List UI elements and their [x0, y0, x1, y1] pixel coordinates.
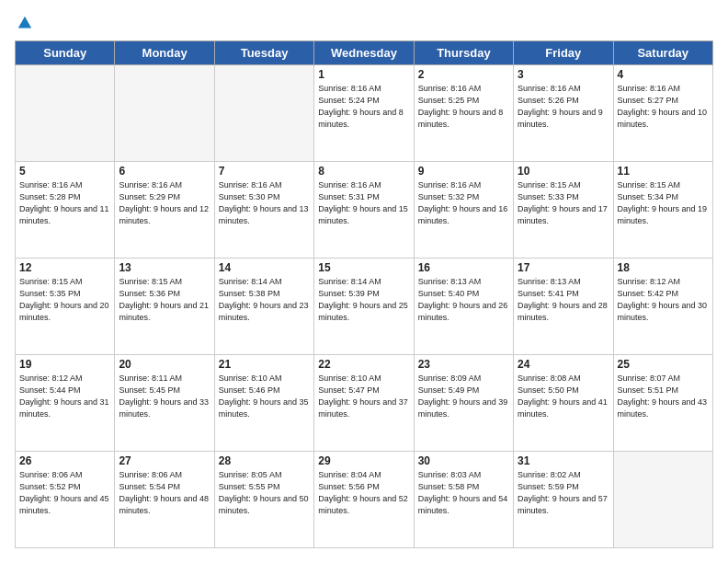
- calendar-cell: 6Sunrise: 8:16 AMSunset: 5:29 PMDaylight…: [115, 162, 214, 259]
- week-row-2: 5Sunrise: 8:16 AMSunset: 5:28 PMDaylight…: [16, 162, 713, 259]
- calendar-cell: 20Sunrise: 8:11 AMSunset: 5:45 PMDayligh…: [115, 355, 214, 452]
- calendar-cell: 23Sunrise: 8:09 AMSunset: 5:49 PMDayligh…: [414, 355, 513, 452]
- cell-info: Sunrise: 8:16 AMSunset: 5:30 PMDaylight:…: [219, 179, 310, 227]
- calendar-cell: 21Sunrise: 8:10 AMSunset: 5:46 PMDayligh…: [214, 355, 313, 452]
- day-number: 19: [19, 358, 110, 371]
- cell-info: Sunrise: 8:06 AMSunset: 5:52 PMDaylight:…: [19, 469, 110, 517]
- calendar-cell: 1Sunrise: 8:16 AMSunset: 5:24 PMDaylight…: [314, 65, 414, 162]
- cell-info: Sunrise: 8:15 AMSunset: 5:35 PMDaylight:…: [19, 276, 110, 324]
- cell-info: Sunrise: 8:16 AMSunset: 5:27 PMDaylight:…: [618, 83, 709, 131]
- cell-info: Sunrise: 8:16 AMSunset: 5:26 PMDaylight:…: [518, 83, 609, 131]
- calendar-cell: 10Sunrise: 8:15 AMSunset: 5:33 PMDayligh…: [514, 162, 613, 259]
- day-number: 13: [119, 261, 210, 274]
- cell-info: Sunrise: 8:15 AMSunset: 5:34 PMDaylight:…: [618, 179, 709, 227]
- cell-info: Sunrise: 8:12 AMSunset: 5:42 PMDaylight:…: [618, 276, 709, 324]
- calendar-cell: 3Sunrise: 8:16 AMSunset: 5:26 PMDaylight…: [514, 65, 613, 162]
- calendar-cell: 12Sunrise: 8:15 AMSunset: 5:35 PMDayligh…: [16, 259, 115, 355]
- page: SundayMondayTuesdayWednesdayThursdayFrid…: [0, 0, 728, 563]
- calendar-cell: 16Sunrise: 8:13 AMSunset: 5:40 PMDayligh…: [414, 259, 513, 355]
- cell-info: Sunrise: 8:07 AMSunset: 5:51 PMDaylight:…: [618, 373, 709, 420]
- day-number: 7: [219, 165, 310, 178]
- day-number: 6: [119, 165, 210, 178]
- calendar-cell: 9Sunrise: 8:16 AMSunset: 5:32 PMDaylight…: [414, 162, 513, 259]
- calendar-cell: 7Sunrise: 8:16 AMSunset: 5:30 PMDaylight…: [214, 162, 313, 259]
- weekday-header-thursday: Thursday: [414, 41, 513, 65]
- day-number: 8: [318, 165, 409, 178]
- cell-info: Sunrise: 8:10 AMSunset: 5:47 PMDaylight:…: [318, 373, 409, 420]
- calendar-cell: 31Sunrise: 8:02 AMSunset: 5:59 PMDayligh…: [514, 452, 613, 548]
- calendar-cell: 2Sunrise: 8:16 AMSunset: 5:25 PMDaylight…: [414, 65, 513, 162]
- weekday-header-saturday: Saturday: [613, 41, 712, 65]
- calendar-cell: 19Sunrise: 8:12 AMSunset: 5:44 PMDayligh…: [16, 355, 115, 452]
- cell-info: Sunrise: 8:14 AMSunset: 5:39 PMDaylight:…: [318, 276, 409, 324]
- cell-info: Sunrise: 8:13 AMSunset: 5:41 PMDaylight:…: [518, 276, 609, 324]
- calendar-cell: [613, 452, 712, 548]
- calendar-cell: 27Sunrise: 8:06 AMSunset: 5:54 PMDayligh…: [115, 452, 214, 548]
- cell-info: Sunrise: 8:15 AMSunset: 5:36 PMDaylight:…: [119, 276, 210, 324]
- cell-info: Sunrise: 8:15 AMSunset: 5:33 PMDaylight:…: [518, 179, 609, 227]
- day-number: 20: [119, 358, 210, 371]
- svg-marker-0: [18, 17, 31, 29]
- calendar-cell: 25Sunrise: 8:07 AMSunset: 5:51 PMDayligh…: [613, 355, 712, 452]
- calendar-cell: 26Sunrise: 8:06 AMSunset: 5:52 PMDayligh…: [16, 452, 115, 548]
- logo: [15, 15, 33, 31]
- cell-info: Sunrise: 8:12 AMSunset: 5:44 PMDaylight:…: [19, 373, 110, 420]
- cell-info: Sunrise: 8:14 AMSunset: 5:38 PMDaylight:…: [219, 276, 310, 324]
- calendar-cell: 17Sunrise: 8:13 AMSunset: 5:41 PMDayligh…: [514, 259, 613, 355]
- cell-info: Sunrise: 8:10 AMSunset: 5:46 PMDaylight:…: [219, 373, 310, 420]
- day-number: 25: [618, 358, 709, 371]
- day-number: 14: [219, 261, 310, 274]
- week-row-5: 26Sunrise: 8:06 AMSunset: 5:52 PMDayligh…: [16, 452, 713, 548]
- cell-info: Sunrise: 8:16 AMSunset: 5:24 PMDaylight:…: [318, 83, 409, 131]
- day-number: 17: [518, 261, 609, 274]
- day-number: 12: [19, 261, 110, 274]
- cell-info: Sunrise: 8:16 AMSunset: 5:31 PMDaylight:…: [318, 179, 409, 227]
- cell-info: Sunrise: 8:08 AMSunset: 5:50 PMDaylight:…: [518, 373, 609, 420]
- calendar-cell: 13Sunrise: 8:15 AMSunset: 5:36 PMDayligh…: [115, 259, 214, 355]
- day-number: 26: [19, 454, 110, 467]
- logo-icon: [17, 15, 33, 31]
- cell-info: Sunrise: 8:16 AMSunset: 5:25 PMDaylight:…: [418, 83, 509, 131]
- calendar-cell: 22Sunrise: 8:10 AMSunset: 5:47 PMDayligh…: [314, 355, 414, 452]
- calendar-cell: 24Sunrise: 8:08 AMSunset: 5:50 PMDayligh…: [514, 355, 613, 452]
- cell-info: Sunrise: 8:03 AMSunset: 5:58 PMDaylight:…: [418, 469, 509, 517]
- day-number: 23: [418, 358, 509, 371]
- calendar-cell: 18Sunrise: 8:12 AMSunset: 5:42 PMDayligh…: [613, 259, 712, 355]
- cell-info: Sunrise: 8:06 AMSunset: 5:54 PMDaylight:…: [119, 469, 210, 517]
- day-number: 18: [618, 261, 709, 274]
- calendar-cell: 15Sunrise: 8:14 AMSunset: 5:39 PMDayligh…: [314, 259, 414, 355]
- calendar-cell: 4Sunrise: 8:16 AMSunset: 5:27 PMDaylight…: [613, 65, 712, 162]
- week-row-4: 19Sunrise: 8:12 AMSunset: 5:44 PMDayligh…: [16, 355, 713, 452]
- day-number: 9: [418, 165, 509, 178]
- day-number: 4: [618, 68, 709, 81]
- cell-info: Sunrise: 8:16 AMSunset: 5:28 PMDaylight:…: [19, 179, 110, 227]
- day-number: 22: [318, 358, 409, 371]
- calendar-cell: 28Sunrise: 8:05 AMSunset: 5:55 PMDayligh…: [214, 452, 313, 548]
- calendar-cell: 8Sunrise: 8:16 AMSunset: 5:31 PMDaylight…: [314, 162, 414, 259]
- weekday-header-friday: Friday: [514, 41, 613, 65]
- day-number: 11: [618, 165, 709, 178]
- calendar-cell: 14Sunrise: 8:14 AMSunset: 5:38 PMDayligh…: [214, 259, 313, 355]
- day-number: 3: [518, 68, 609, 81]
- calendar-cell: [214, 65, 313, 162]
- calendar-cell: 11Sunrise: 8:15 AMSunset: 5:34 PMDayligh…: [613, 162, 712, 259]
- cell-info: Sunrise: 8:05 AMSunset: 5:55 PMDaylight:…: [219, 469, 310, 517]
- day-number: 29: [318, 454, 409, 467]
- week-row-3: 12Sunrise: 8:15 AMSunset: 5:35 PMDayligh…: [16, 259, 713, 355]
- weekday-header-wednesday: Wednesday: [314, 41, 414, 65]
- day-number: 28: [219, 454, 310, 467]
- day-number: 1: [318, 68, 409, 81]
- day-number: 2: [418, 68, 509, 81]
- day-number: 27: [119, 454, 210, 467]
- cell-info: Sunrise: 8:04 AMSunset: 5:56 PMDaylight:…: [318, 469, 409, 517]
- weekday-header-tuesday: Tuesday: [214, 41, 313, 65]
- cell-info: Sunrise: 8:02 AMSunset: 5:59 PMDaylight:…: [518, 469, 609, 517]
- calendar-cell: 30Sunrise: 8:03 AMSunset: 5:58 PMDayligh…: [414, 452, 513, 548]
- day-number: 21: [219, 358, 310, 371]
- day-number: 31: [518, 454, 609, 467]
- weekday-header-sunday: Sunday: [16, 41, 115, 65]
- week-row-1: 1Sunrise: 8:16 AMSunset: 5:24 PMDaylight…: [16, 65, 713, 162]
- day-number: 24: [518, 358, 609, 371]
- calendar-table: SundayMondayTuesdayWednesdayThursdayFrid…: [15, 40, 713, 548]
- cell-info: Sunrise: 8:16 AMSunset: 5:29 PMDaylight:…: [119, 179, 210, 227]
